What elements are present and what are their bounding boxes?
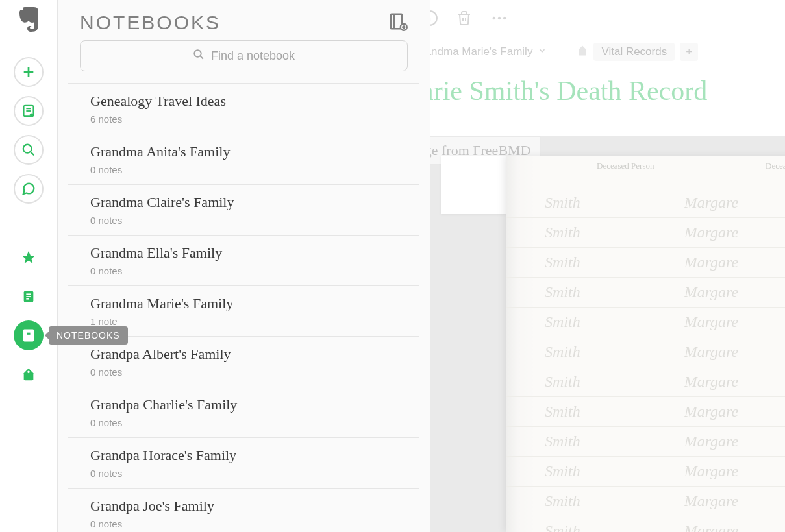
notebook-name: Genealogy Travel Ideas — [90, 93, 397, 110]
note-attachment-image: age from FreeBMD Deceased Person Decea S… — [408, 136, 785, 532]
new-notebook-icon[interactable] — [388, 12, 408, 34]
column-header: Decea — [766, 161, 785, 171]
notebook-name: Grandpa Albert's Family — [90, 346, 397, 363]
notebook-name: Grandma Anita's Family — [90, 143, 397, 160]
notebook-item[interactable]: Grandma Ella's Family 0 notes — [68, 236, 419, 286]
new-note-options-button[interactable] — [14, 96, 44, 126]
work-chat-button[interactable] — [14, 174, 44, 204]
notebook-item[interactable]: Grandma Claire's Family 0 notes — [68, 185, 419, 236]
search-icon — [193, 49, 205, 64]
notebook-count: 0 notes — [90, 468, 397, 479]
svg-point-3 — [493, 17, 496, 20]
notebook-name: Grandma Claire's Family — [90, 194, 397, 211]
notebook-count: 0 notes — [90, 215, 397, 226]
svg-point-4 — [498, 17, 501, 20]
new-note-button[interactable] — [14, 57, 44, 87]
search-input[interactable]: Find a notebook — [80, 40, 408, 71]
rail-tooltip: NOTEBOOKS — [49, 326, 128, 345]
notebook-count: 6 notes — [90, 114, 397, 125]
notebook-count: 0 notes — [90, 518, 397, 529]
column-header: Deceased Person — [597, 161, 654, 171]
notebook-name: Grandma Marie's Family — [90, 295, 397, 312]
note-notebook-label[interactable]: randma Marie's Family — [421, 45, 532, 58]
tags-button[interactable] — [14, 359, 44, 389]
notes-button[interactable] — [14, 282, 44, 311]
add-tag-button[interactable]: + — [680, 43, 698, 61]
note-tag-label: Vital Records — [601, 45, 667, 58]
notebooks-list: Genealogy Travel Ideas 6 notes Grandma A… — [58, 83, 430, 532]
notebook-name: Grandma Ella's Family — [90, 245, 397, 261]
shortcuts-button[interactable] — [14, 243, 44, 272]
svg-point-11 — [194, 50, 201, 57]
notebook-item[interactable]: Grandma Anita's Family 0 notes — [68, 134, 419, 185]
search-button[interactable] — [14, 135, 44, 165]
note-tag[interactable]: Vital Records — [593, 43, 675, 61]
notebook-count: 0 notes — [90, 164, 397, 175]
more-icon[interactable] — [490, 9, 508, 30]
tag-icon — [577, 45, 588, 60]
notebook-name: Grandpa Joe's Family — [90, 498, 397, 514]
trash-icon[interactable] — [456, 10, 472, 29]
page-tab-graphic — [441, 156, 512, 214]
record-page-graphic: Deceased Person Decea SmithMargare Smith… — [506, 156, 785, 532]
svg-marker-22 — [22, 251, 35, 263]
svg-line-21 — [31, 152, 34, 156]
chevron-down-icon[interactable] — [538, 45, 547, 58]
svg-line-12 — [200, 56, 203, 59]
svg-point-29 — [27, 371, 30, 374]
notebooks-panel: NOTEBOOKS Find a notebook Genealogy Trav… — [58, 0, 430, 532]
notebook-count: 1 note — [90, 316, 397, 327]
search-placeholder: Find a notebook — [211, 49, 295, 63]
evernote-logo-icon[interactable] — [17, 6, 40, 32]
notebook-count: 0 notes — [90, 417, 397, 428]
notebook-count: 0 notes — [90, 367, 397, 378]
notebook-item[interactable]: Grandpa Charlie's Family 0 notes — [68, 387, 419, 438]
notebook-item[interactable]: Grandpa Horace's Family 0 notes — [68, 438, 419, 489]
svg-point-20 — [23, 145, 32, 153]
svg-rect-28 — [26, 332, 31, 336]
svg-point-5 — [503, 17, 506, 20]
notebooks-button[interactable]: NOTEBOOKS — [14, 320, 44, 350]
notebook-count: 0 notes — [90, 265, 397, 276]
left-rail: NOTEBOOKS — [0, 0, 58, 532]
notebook-item[interactable]: Genealogy Travel Ideas 6 notes — [68, 83, 419, 134]
notebook-item[interactable]: Grandpa Joe's Family 0 notes — [68, 489, 419, 532]
panel-title: NOTEBOOKS — [80, 12, 221, 34]
notebook-name: Grandpa Horace's Family — [90, 447, 397, 464]
notebook-name: Grandpa Charlie's Family — [90, 396, 397, 413]
